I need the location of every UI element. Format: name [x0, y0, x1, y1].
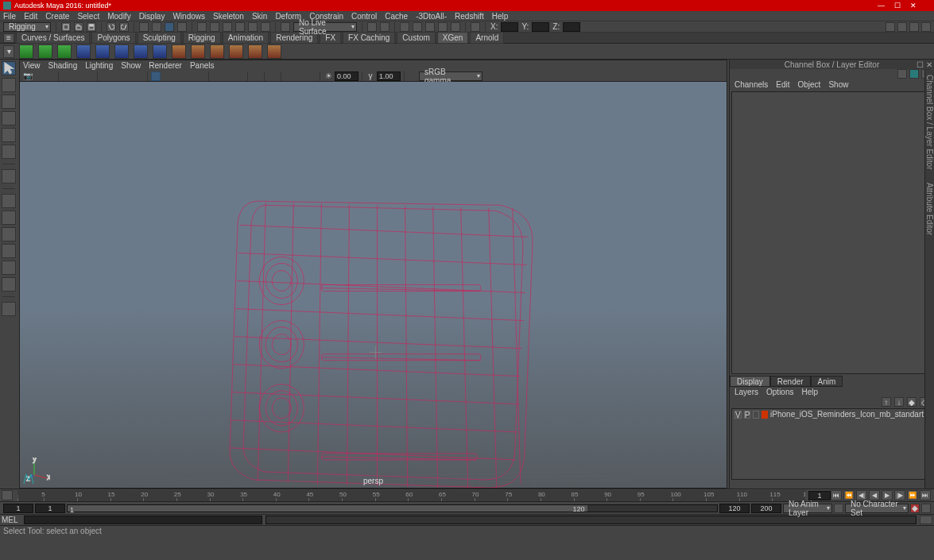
menu-cache[interactable]: Cache [385, 12, 408, 21]
snap-plane-icon[interactable] [235, 22, 245, 32]
menu-redshift[interactable]: Redshift [455, 12, 484, 21]
image-plane-icon[interactable] [62, 71, 72, 81]
lasso-tool[interactable] [2, 78, 16, 92]
shelf-list-icon[interactable]: ≡ [3, 33, 14, 43]
render-icon[interactable] [400, 22, 409, 32]
resolution-gate-icon[interactable] [123, 71, 133, 81]
select-hierarchy-icon[interactable] [152, 22, 161, 32]
xgen-icon-9[interactable] [172, 44, 186, 59]
shelf-dropdown-icon[interactable]: ▾ [3, 45, 14, 58]
layer-menu-options[interactable]: Options [766, 388, 793, 396]
layer-name[interactable]: iPhone_iOS_Reminders_Icon_mb_standart:iP… [770, 410, 929, 419]
xray-joints-icon[interactable] [234, 71, 244, 81]
character-set-dropdown[interactable]: No Character Set [845, 504, 909, 513]
shelf-tab-curves[interactable]: Curves / Surfaces [16, 32, 90, 44]
script-editor-icon[interactable] [920, 516, 932, 524]
layout-hypershade-icon[interactable] [2, 261, 16, 275]
light-icon[interactable] [451, 22, 460, 32]
camera-attributes-icon[interactable] [34, 71, 44, 81]
shelf-tab-sculpting[interactable]: Sculpting [138, 32, 181, 44]
menu-control[interactable]: Control [351, 12, 377, 21]
channel-menu-object[interactable]: Object [798, 80, 821, 89]
shadows-icon[interactable] [196, 71, 205, 81]
vp-menu-show[interactable]: Show [121, 61, 141, 70]
vp-menu-view[interactable]: View [23, 61, 41, 70]
snap-grid-icon[interactable] [197, 22, 207, 32]
anim-start-input[interactable] [3, 504, 33, 513]
shelf-tab-arnold[interactable]: Arnold [470, 32, 504, 44]
selection-display-icon[interactable] [897, 22, 907, 32]
vp-menu-renderer[interactable]: Renderer [149, 61, 182, 70]
channel-tab-2-icon[interactable] [909, 69, 919, 79]
layout-single-icon[interactable] [2, 194, 16, 208]
layer-tab-display[interactable]: Display [730, 376, 770, 387]
ipr-icon[interactable] [413, 22, 422, 32]
close-button[interactable]: ✕ [910, 2, 917, 10]
workspace-dropdown[interactable]: Rigging [3, 22, 51, 32]
move-layer-up-icon[interactable]: ↑ [882, 397, 891, 407]
redo-icon[interactable] [119, 22, 129, 32]
grid-toggle-icon[interactable] [101, 71, 110, 81]
xgen-icon-4[interactable] [76, 44, 91, 59]
playback-prefs-icon[interactable] [921, 504, 931, 513]
anim-layer-dropdown[interactable]: No Anim Layer [783, 504, 832, 513]
xgen-icon-13[interactable] [248, 44, 262, 59]
live-surface-icon[interactable] [281, 22, 290, 32]
vp-menu-lighting[interactable]: Lighting [85, 61, 113, 70]
shelf-tab-rigging[interactable]: Rigging [183, 32, 221, 44]
menu-deform[interactable]: Deform [275, 12, 301, 21]
colorspace-dropdown[interactable]: sRGB gamma [419, 71, 483, 81]
bookmarks-icon[interactable] [45, 71, 55, 81]
attribute-editor-icon[interactable] [909, 22, 919, 32]
2d-pan-icon[interactable] [73, 71, 83, 81]
shelf-tab-custom[interactable]: Custom [397, 32, 435, 44]
layer-menu-help[interactable]: Help [801, 388, 818, 396]
new-scene-icon[interactable] [61, 22, 71, 32]
side-panel-handle[interactable]: Channel Box / Layer Editor Attribute Edi… [924, 70, 934, 499]
side-handle-attributes[interactable]: Attribute Editor [925, 183, 934, 235]
viewport-3d[interactable]: y x z persp [20, 82, 727, 488]
xgen-icon-12[interactable] [229, 44, 243, 59]
camera-select-icon[interactable]: 📷 [23, 71, 33, 81]
menu-skeleton[interactable]: Skeleton [213, 12, 244, 21]
layer-tab-render[interactable]: Render [770, 376, 811, 387]
menu-windows[interactable]: Windows [172, 12, 205, 21]
coord-y-input[interactable] [532, 22, 549, 32]
anim-layer-settings-icon[interactable] [834, 504, 843, 513]
menu-create[interactable]: Create [45, 12, 69, 21]
menu-display[interactable]: Display [139, 12, 165, 21]
live-surface-dropdown[interactable]: No Live Surface [293, 22, 357, 32]
channel-menu-edit[interactable]: Edit [776, 80, 789, 89]
menu-help[interactable]: Help [492, 12, 509, 21]
menu-file[interactable]: File [3, 12, 16, 21]
maximize-button[interactable]: ☐ [894, 2, 901, 10]
depth-field-icon[interactable] [285, 71, 294, 81]
menu-skin[interactable]: Skin [252, 12, 267, 21]
view-transform-icon[interactable] [408, 71, 417, 81]
vp-menu-panels[interactable]: Panels [190, 61, 215, 70]
move-layer-down-icon[interactable]: ↓ [894, 397, 904, 407]
last-tool[interactable] [2, 169, 16, 183]
open-scene-icon[interactable] [74, 22, 83, 32]
channel-box-icon[interactable] [921, 22, 931, 32]
minimize-button[interactable]: — [878, 2, 885, 10]
xgen-icon-6[interactable] [114, 44, 129, 59]
exposure-input[interactable] [335, 71, 358, 81]
menu-3dtoall[interactable]: -3DtoAll- [416, 12, 447, 21]
range-slider[interactable]: 1120 [67, 504, 718, 512]
gamma-input[interactable] [377, 71, 401, 81]
layer-color-swatch[interactable] [762, 411, 768, 419]
multisample-icon[interactable] [307, 71, 316, 81]
menu-select[interactable]: Select [77, 12, 99, 21]
anim-end-input[interactable] [751, 504, 781, 513]
layer-type-toggle[interactable] [753, 411, 759, 419]
shade-only-icon[interactable] [251, 71, 261, 81]
isolate-select-icon[interactable] [268, 71, 277, 81]
gate-mask-icon[interactable] [134, 71, 144, 81]
xgen-icon-14[interactable] [267, 44, 281, 59]
shelf-tab-polygons[interactable]: Polygons [91, 32, 135, 44]
snap-curve-icon[interactable] [210, 22, 219, 32]
film-gate-icon[interactable] [112, 71, 122, 81]
textured-icon[interactable] [173, 71, 183, 81]
smooth-shading-icon[interactable] [162, 71, 172, 81]
